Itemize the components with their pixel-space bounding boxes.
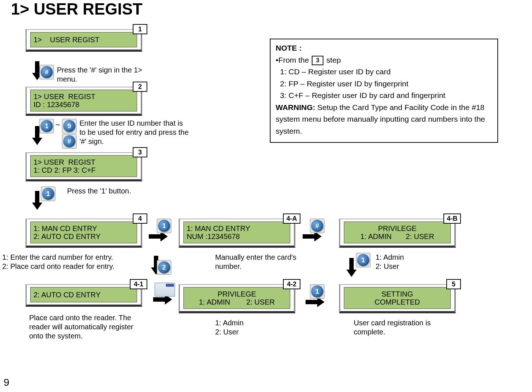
instruction-42: 1: Admin 2: User <box>215 318 288 337</box>
step-badge-5: 5 <box>446 279 461 289</box>
lcd-text: 1: ADMIN 2: USER <box>199 298 275 306</box>
keypad-1-button: 1 <box>157 219 171 233</box>
digit-1-icon: 1 <box>40 120 53 132</box>
lcd-text: PRIVILEGE <box>218 290 256 298</box>
step-badge-4b: 4-B <box>443 213 461 224</box>
instruction-4a: Manually enter the card's number. <box>215 253 317 271</box>
lcd-text: ID : 12345678 <box>34 101 134 109</box>
arrow-down-icon <box>346 270 357 277</box>
digit-1-icon: 1 <box>42 188 54 200</box>
arrow-down-icon <box>32 203 42 210</box>
lcd-step-3: 1> USER REGIST 1: CD 2: FP 3: C+F 3 <box>26 152 142 181</box>
lcd-text: COMPLETED <box>374 298 420 306</box>
hash-icon: # <box>40 66 53 78</box>
digit-2-icon: 2 <box>158 261 170 274</box>
digit-9-icon: 9 <box>63 120 75 132</box>
step-badge-3: 3 <box>133 147 147 157</box>
lcd-step-5: SETTING COMPLETED 5 <box>339 284 456 313</box>
step-badge-1: 1 <box>133 24 147 34</box>
instruction-4b: 1: Admin 2: User <box>376 253 448 271</box>
keypad-hash-button: # <box>39 65 54 79</box>
lcd-text: 1: MAN CD ENTRY <box>34 224 134 232</box>
step-badge-4a: 4-A <box>283 213 300 224</box>
note-from-prefix: •From the <box>276 56 311 64</box>
page-title: 1> USER REGIST <box>11 0 143 18</box>
hash-icon: # <box>311 220 323 232</box>
hash-icon: # <box>63 135 75 148</box>
digit-1-icon: 1 <box>311 285 323 298</box>
keypad-1-button: 1 <box>41 187 55 201</box>
step-badge-41: 4-1 <box>130 279 147 289</box>
page-number: 9 <box>4 377 9 388</box>
lcd-text: 2: AUTO CD ENTRY <box>34 232 134 240</box>
step-badge-2: 2 <box>133 82 147 92</box>
instruction-5: User card registration is complete. <box>354 318 456 337</box>
lcd-step-2: 1> USER REGIST ID : 12345678 2 <box>26 87 142 116</box>
lcd-step-41: 2: AUTO CD ENTRY 4-1 <box>26 284 142 307</box>
lcd-text: PRIVILEGE <box>378 224 417 232</box>
keypad-1-button: 1 <box>356 253 370 267</box>
step-badge-42: 4-2 <box>283 279 300 289</box>
lcd-text: 1: MAN CD ENTRY <box>187 224 287 232</box>
instruction-41: Place card onto the reader. The reader w… <box>29 313 142 341</box>
note-item-2: 2: FP – Register user ID by fingerprint <box>276 78 492 90</box>
step-badge-4: 4 <box>133 213 147 224</box>
keypad-1-button: 1 <box>310 284 325 299</box>
instruction-3: Press the '1' button. <box>67 187 140 196</box>
digit-1-icon: 1 <box>357 254 369 266</box>
lcd-text: NUM :12345678 <box>187 232 287 240</box>
note-step-badge: 3 <box>312 56 323 65</box>
instruction-1: Press the '#' sign in the 1> menu. <box>57 66 148 84</box>
lcd-step-4: 1: MAN CD ENTRY 2: AUTO CD ENTRY 4 <box>26 219 142 248</box>
lcd-text: SETTING <box>381 290 413 298</box>
keypad-hash-button: # <box>62 134 77 149</box>
note-from-suffix: step <box>326 56 341 64</box>
lcd-step-1: 1> USER REGIST 1 <box>26 29 142 52</box>
lcd-text: 1> USER REGIST <box>34 36 134 44</box>
note-heading: NOTE : <box>276 44 302 52</box>
note-box: NOTE : •From the 3 step 1: CD – Register… <box>270 39 498 143</box>
note-item-3: 3: C+F – Register user ID by card and fi… <box>276 90 492 102</box>
lcd-text: 2: AUTO CD ENTRY <box>34 291 134 299</box>
lcd-step-4b: PRIVILEGE 1: ADMIN 2: USER 4-B <box>339 219 456 248</box>
lcd-text: 1: CD 2: FP 3: C+F <box>34 166 134 174</box>
note-warning-label: WARNING: <box>276 103 315 111</box>
note-item-1: 1: CD – Register user ID by card <box>276 66 492 78</box>
keypad-2-button: 2 <box>157 260 171 275</box>
arrow-down-icon <box>32 138 42 145</box>
keypad-hash-button: # <box>310 219 325 233</box>
lcd-text: 1: ADMIN 2: USER <box>360 232 434 240</box>
lcd-step-42: PRIVILEGE 1: ADMIN 2: USER 4-2 <box>179 284 295 313</box>
tilde-label: ~ <box>55 120 60 130</box>
keypad-9-button: 9 <box>62 119 77 133</box>
digit-1-icon: 1 <box>158 220 170 232</box>
instruction-2: Enter the user ID number that is to be u… <box>79 119 189 146</box>
lcd-step-4a: 1: MAN CD ENTRY NUM :12345678 4-A <box>179 219 295 248</box>
card-icon <box>155 283 175 297</box>
lcd-text: 1> USER REGIST <box>34 158 134 166</box>
lcd-text: 1> USER REGIST <box>34 93 134 101</box>
instruction-4: 1: Enter the card number for entry. 2: P… <box>2 253 133 271</box>
keypad-1-button: 1 <box>39 119 54 133</box>
